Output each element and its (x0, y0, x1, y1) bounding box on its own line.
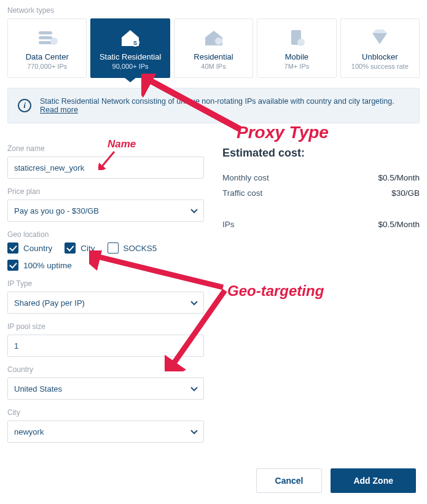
form-column: Zone name Price plan Geo location Countr… (7, 136, 204, 443)
card-subtitle: 7M+ IPs (261, 63, 332, 70)
server-icon (12, 28, 82, 48)
read-more-link[interactable]: Read more (40, 106, 78, 114)
checkbox-label: 100% uptime (23, 261, 72, 270)
checkbox-icon (108, 242, 119, 254)
svg-rect-0 (39, 31, 52, 34)
zone-name-input[interactable] (7, 157, 204, 179)
estimated-cost-title: Estimated cost: (222, 147, 420, 160)
ip-pool-size-label: IP pool size (7, 322, 204, 331)
card-title: Data Center (12, 52, 82, 61)
button-row: Cancel Add Zone (256, 468, 416, 493)
card-title: Unblocker (345, 52, 415, 61)
cancel-button[interactable]: Cancel (256, 468, 323, 493)
network-type-static-residential[interactable]: S Static Residential 90,000+ IPs (90, 18, 170, 78)
svg-rect-1 (39, 36, 52, 39)
add-zone-button[interactable]: Add Zone (331, 468, 416, 493)
info-text: Static Residential Network consisting of… (40, 97, 409, 114)
svg-text:S: S (133, 40, 137, 46)
country-checkbox[interactable]: Country (7, 242, 52, 254)
price-plan-label: Price plan (7, 187, 204, 196)
ips-cost-value: $0.5/Month (378, 220, 420, 229)
geo-location-label: Geo location (7, 230, 204, 239)
card-subtitle: 40M IPs (178, 63, 249, 70)
house-s-icon: S (95, 28, 165, 48)
checkbox-label: City (80, 244, 95, 253)
ip-type-label: IP Type (7, 279, 204, 288)
card-title: Static Residential (95, 52, 165, 61)
card-subtitle: 90,000+ IPs (95, 63, 165, 70)
network-type-unblocker[interactable]: Unblocker 100% success rate (340, 18, 420, 78)
city-select-label: City (7, 408, 204, 417)
info-icon: i (18, 99, 31, 112)
diamond-icon (345, 28, 415, 48)
card-subtitle: 770,000+ IPs (12, 63, 82, 70)
house-icon (178, 28, 249, 48)
checkbox-icon (7, 260, 18, 271)
city-select[interactable] (7, 421, 204, 443)
estimate-column: Estimated cost: Monthly cost $0.5/Month … (222, 136, 420, 443)
city-checkbox[interactable]: City (65, 242, 95, 254)
network-type-data-center[interactable]: Data Center 770,000+ IPs (7, 18, 87, 78)
card-title: Mobile (261, 52, 332, 61)
info-banner: i Static Residential Network consisting … (7, 88, 420, 123)
svg-rect-2 (39, 41, 52, 44)
network-type-residential[interactable]: Residential 40M IPs (174, 18, 253, 78)
zone-name-label: Zone name (7, 144, 204, 153)
checkbox-icon (7, 242, 18, 254)
svg-point-6 (215, 37, 222, 45)
ip-pool-size-input[interactable] (7, 335, 204, 357)
country-select-label: Country (7, 365, 204, 374)
card-subtitle: 100% success rate (345, 63, 415, 70)
country-select[interactable] (7, 378, 204, 400)
svg-point-3 (50, 37, 58, 45)
checkbox-label: SOCKS5 (123, 244, 157, 253)
monthly-cost-value: $0.5/Month (378, 173, 420, 182)
traffic-cost-label: Traffic cost (222, 188, 262, 198)
ips-cost-label: IPs (222, 220, 235, 229)
socks5-checkbox[interactable]: SOCKS5 (108, 242, 157, 254)
checkbox-icon (65, 242, 76, 254)
network-type-mobile[interactable]: Mobile 7M+ IPs (257, 18, 336, 78)
traffic-cost-value: $30/GB (391, 188, 420, 198)
network-types-row: Data Center 770,000+ IPs S Static Reside… (0, 18, 427, 78)
mobile-icon (261, 28, 332, 48)
price-plan-select[interactable] (7, 200, 204, 222)
svg-point-8 (297, 39, 305, 46)
uptime-checkbox[interactable]: 100% uptime (7, 260, 204, 271)
monthly-cost-label: Monthly cost (222, 173, 269, 182)
ip-type-select[interactable] (7, 292, 204, 314)
checkbox-label: Country (23, 244, 52, 253)
card-title: Residential (178, 52, 249, 61)
network-types-label: Network types (0, 0, 427, 18)
